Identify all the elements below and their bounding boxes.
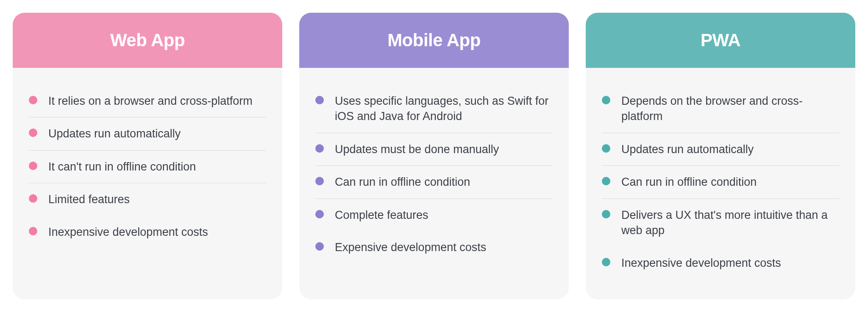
feature-text: Updates must be done manually xyxy=(335,142,499,157)
card-web-app: Web App It relies on a browser and cross… xyxy=(13,13,282,299)
comparison-cards-row: Web App It relies on a browser and cross… xyxy=(13,13,855,299)
card-body: It relies on a browser and cross-platfor… xyxy=(13,68,282,299)
feature-item: Uses specific languages, such as Swift f… xyxy=(315,85,553,133)
bullet-icon xyxy=(315,96,324,104)
bullet-icon xyxy=(602,258,610,266)
feature-text: Uses specific languages, such as Swift f… xyxy=(335,93,553,124)
bullet-icon xyxy=(315,144,324,153)
feature-text: Inexpensive development costs xyxy=(48,224,208,240)
card-body: Depends on the browser and cross-platfor… xyxy=(586,68,855,299)
feature-item: It can't run in offline condition xyxy=(29,151,266,183)
bullet-icon xyxy=(602,177,610,185)
card-body: Uses specific languages, such as Swift f… xyxy=(299,68,569,299)
feature-text: Updates run automatically xyxy=(48,126,181,141)
feature-item: Can run in offline condition xyxy=(315,166,553,198)
bullet-icon xyxy=(29,194,37,203)
card-header: Mobile App xyxy=(299,13,569,68)
feature-text: Limited features xyxy=(48,192,130,207)
bullet-icon xyxy=(315,210,324,218)
feature-item: Delivers a UX that's more intuitive than… xyxy=(602,199,839,247)
bullet-icon xyxy=(29,129,37,137)
card-mobile-app: Mobile App Uses specific languages, such… xyxy=(299,13,569,299)
feature-item: Can run in offline condition xyxy=(602,166,839,198)
bullet-icon xyxy=(29,227,37,235)
feature-item: Inexpensive development costs xyxy=(29,216,266,248)
feature-text: Can run in offline condition xyxy=(335,174,470,190)
feature-text: Delivers a UX that's more intuitive than… xyxy=(621,207,839,238)
feature-item: Limited features xyxy=(29,183,266,215)
feature-item: Inexpensive development costs xyxy=(602,247,839,279)
feature-item: It relies on a browser and cross-platfor… xyxy=(29,85,266,117)
card-title: PWA xyxy=(701,30,740,50)
feature-item: Updates run automatically xyxy=(29,117,266,150)
feature-item: Depends on the browser and cross-platfor… xyxy=(602,85,839,133)
feature-text: It relies on a browser and cross-platfor… xyxy=(48,93,253,109)
feature-text: Depends on the browser and cross-platfor… xyxy=(621,93,839,124)
card-title: Mobile App xyxy=(387,30,481,50)
feature-text: It can't run in offline condition xyxy=(48,159,196,174)
feature-text: Updates run automatically xyxy=(621,142,754,157)
bullet-icon xyxy=(602,96,610,104)
card-pwa: PWA Depends on the browser and cross-pla… xyxy=(586,13,855,299)
feature-text: Complete features xyxy=(335,207,428,223)
card-header: PWA xyxy=(586,13,855,68)
feature-text: Inexpensive development costs xyxy=(621,255,781,271)
feature-item: Complete features xyxy=(315,199,553,231)
bullet-icon xyxy=(602,210,610,218)
feature-item: Updates run automatically xyxy=(602,133,839,166)
bullet-icon xyxy=(29,96,37,104)
card-header: Web App xyxy=(13,13,282,68)
card-title: Web App xyxy=(110,30,185,50)
feature-item: Updates must be done manually xyxy=(315,133,553,166)
bullet-icon xyxy=(315,177,324,185)
feature-text: Expensive development costs xyxy=(335,240,486,255)
bullet-icon xyxy=(29,162,37,170)
feature-item: Expensive development costs xyxy=(315,231,553,263)
feature-text: Can run in offline condition xyxy=(621,174,757,190)
bullet-icon xyxy=(315,242,324,251)
bullet-icon xyxy=(602,144,610,153)
